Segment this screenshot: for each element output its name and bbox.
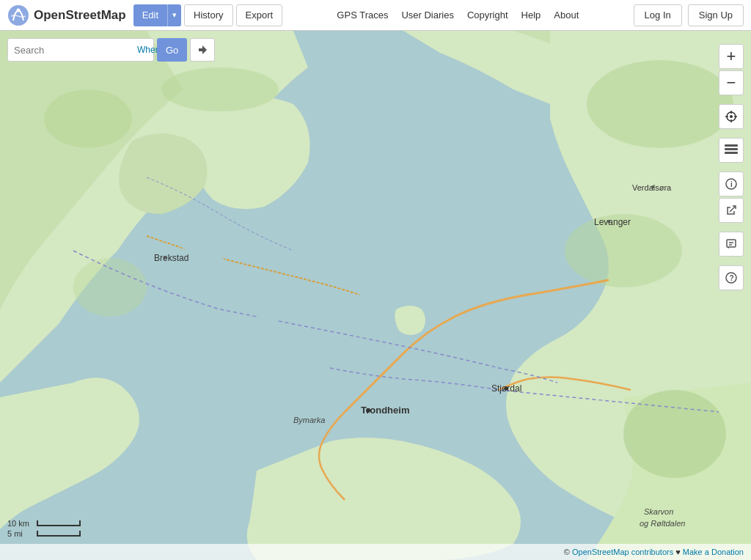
svg-text:i: i: [730, 180, 733, 188]
zoom-out-button[interactable]: −: [719, 70, 744, 95]
map-controls: + − i: [719, 44, 744, 290]
svg-text:Skarvon: Skarvon: [644, 507, 673, 516]
share-button[interactable]: [719, 198, 744, 223]
directions-icon: [197, 44, 208, 56]
svg-point-1: [17, 8, 21, 12]
sign-up-button[interactable]: Sign Up: [688, 4, 744, 26]
help-icon: ?: [725, 272, 737, 284]
nav-links: GPS Traces User Diaries Copyright Help A…: [282, 10, 634, 21]
svg-rect-29: [725, 148, 738, 150]
locate-button[interactable]: [719, 104, 744, 129]
note-icon: [725, 238, 737, 250]
nav-gps-traces[interactable]: GPS Traces: [337, 10, 388, 21]
map[interactable]: Trondheim Stjørdal Brekstad Levanger Ver…: [0, 31, 751, 560]
edit-dropdown-button[interactable]: ▾: [167, 4, 181, 26]
info-button[interactable]: i: [719, 172, 744, 196]
zoom-in-button[interactable]: +: [719, 44, 744, 69]
map-svg: Trondheim Stjørdal Brekstad Levanger Ver…: [0, 31, 751, 560]
layers-button[interactable]: [719, 138, 744, 163]
directions-button[interactable]: [190, 38, 215, 62]
heart-symbol: ♥: [675, 548, 681, 556]
edit-group: Edit ▾: [133, 4, 181, 26]
osm-contributors-link[interactable]: OpenStreetMap contributors: [572, 548, 673, 556]
svg-point-7: [623, 390, 726, 478]
history-button[interactable]: History: [184, 4, 232, 26]
app-title: OpenStreetMap: [34, 8, 126, 23]
nav-copyright[interactable]: Copyright: [467, 10, 508, 21]
svg-rect-28: [725, 144, 738, 147]
search-container: Where am I?: [7, 38, 154, 62]
svg-rect-30: [725, 152, 738, 154]
svg-point-4: [161, 67, 279, 111]
footer: © OpenStreetMap contributors ♥ Make a Do…: [0, 544, 751, 560]
note-button[interactable]: [719, 232, 744, 257]
svg-text:?: ?: [730, 274, 734, 282]
svg-text:Bymarka: Bymarka: [293, 416, 325, 424]
scale-km: 10 km: [7, 519, 37, 528]
go-button[interactable]: Go: [157, 38, 187, 62]
locate-icon: [725, 111, 737, 122]
nav-about[interactable]: About: [554, 10, 579, 21]
svg-rect-33: [727, 240, 736, 247]
nav-help[interactable]: Help: [521, 10, 541, 21]
search-input[interactable]: [14, 45, 137, 56]
nav-user-diaries[interactable]: User Diaries: [401, 10, 454, 21]
svg-point-20: [607, 220, 610, 223]
svg-text:og Røltdalen: og Røltdalen: [640, 519, 685, 528]
auth-buttons: Log In Sign Up: [634, 4, 744, 26]
svg-point-17: [366, 408, 370, 413]
svg-text:Brekstad: Brekstad: [154, 253, 188, 263]
svg-point-23: [730, 115, 733, 118]
donate-link[interactable]: Make a Donation: [683, 548, 744, 556]
layers-icon: [725, 144, 738, 156]
search-bar: Where am I? Go: [7, 38, 215, 62]
svg-point-19: [164, 257, 166, 259]
svg-point-5: [587, 60, 733, 148]
export-button[interactable]: Export: [236, 4, 283, 26]
svg-point-21: [651, 185, 654, 188]
help-button[interactable]: ?: [719, 265, 744, 290]
info-icon: i: [725, 178, 737, 190]
svg-text:Levanger: Levanger: [594, 217, 631, 227]
logo-area: OpenStreetMap: [7, 4, 126, 26]
scale-mi: 5 mi: [7, 529, 37, 538]
svg-point-3: [44, 89, 132, 148]
scale-bar: 10 km 5 mi: [7, 519, 81, 538]
svg-point-18: [505, 387, 508, 391]
osm-logo-icon: [7, 4, 29, 26]
share-icon: [725, 205, 737, 216]
copyright-symbol: ©: [564, 548, 570, 556]
svg-point-0: [8, 5, 29, 26]
log-in-button[interactable]: Log In: [634, 4, 682, 26]
header: OpenStreetMap Edit ▾ History Export GPS …: [0, 0, 751, 31]
svg-point-8: [73, 258, 147, 317]
edit-button[interactable]: Edit: [133, 4, 167, 26]
